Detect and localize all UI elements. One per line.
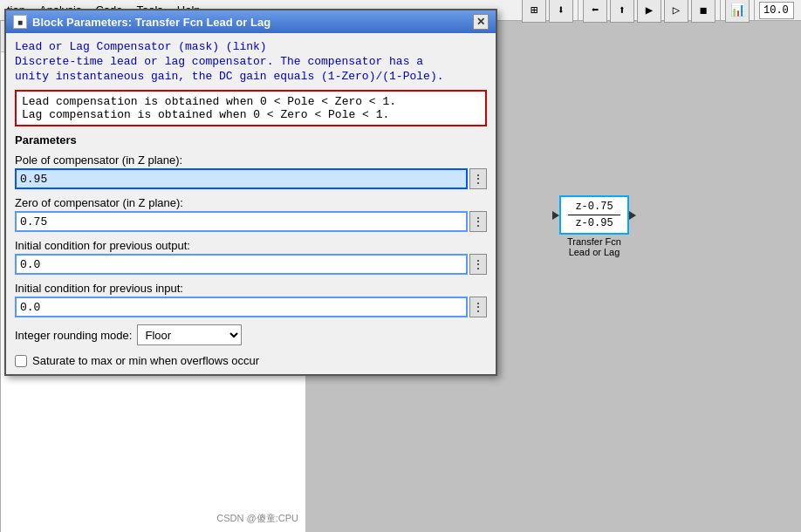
section-label: Parameters	[15, 133, 487, 147]
zero-label: Zero of compensator (in Z plane):	[15, 196, 487, 209]
block-port-right	[629, 211, 636, 220]
ic-output-input[interactable]	[15, 254, 468, 275]
block-port-left	[552, 211, 559, 220]
saturate-row: Saturate to max or min when overflows oc…	[15, 354, 487, 367]
simulink-block[interactable]: z-0.75 z-0.95 Transfer Fcn Lead or Lag	[559, 195, 629, 257]
pole-input[interactable]	[15, 168, 468, 189]
rounding-row: Integer rounding mode: Floor Ceiling Con…	[15, 324, 487, 345]
toolbar-btn-stop[interactable]: ◼	[691, 0, 715, 23]
ic-output-label: Initial condition for previous output:	[15, 239, 487, 252]
dialog-body: Lead or Lag Compensator (mask) (link) Di…	[6, 33, 496, 374]
ic-output-dots-button[interactable]: ⋮	[469, 254, 487, 275]
watermark: CSDN @傻童:CPU	[216, 512, 298, 525]
toolbar-btn-back[interactable]: ⬅	[583, 0, 607, 23]
block-line1: z-0.75	[568, 201, 620, 213]
info-box: Lead compensation is obtained when 0 < P…	[15, 90, 487, 126]
dialog-title: Block Parameters: Transfer Fcn Lead or L…	[32, 16, 270, 29]
toolbar-btn-forward[interactable]: ⬆	[610, 0, 634, 23]
zoom-value: 10.0	[759, 2, 794, 19]
toolbar-btn-chart[interactable]: 📊	[725, 0, 750, 23]
pole-label: Pole of compensator (in Z plane):	[15, 153, 487, 167]
rounding-select[interactable]: Floor Ceiling Convergent Nearest Round S…	[137, 324, 242, 345]
titlebar-left: ■ Block Parameters: Transfer Fcn Lead or…	[13, 15, 270, 29]
separator1	[578, 0, 578, 21]
ic-input-label: Initial condition for previous input:	[15, 282, 487, 295]
desc-line1: Lead or Lag Compensator (mask) (link)	[15, 40, 487, 53]
separator2	[720, 0, 721, 21]
block-params-dialog: ■ Block Parameters: Transfer Fcn Lead or…	[4, 9, 497, 376]
saturate-label: Saturate to max or min when overflows oc…	[32, 354, 259, 367]
zero-input[interactable]	[15, 211, 468, 232]
ic-input-row: ⋮	[15, 297, 487, 317]
pole-dots-button[interactable]: ⋮	[469, 168, 487, 189]
toolbar-btn-grid[interactable]: ⊞	[522, 0, 546, 23]
info-line2: Lag compensation is obtained when 0 < Ze…	[22, 108, 480, 121]
dialog-titlebar: ■ Block Parameters: Transfer Fcn Lead or…	[6, 10, 496, 33]
toolbar-btn-step[interactable]: ▷	[664, 0, 688, 23]
separator3	[754, 0, 755, 21]
saturate-checkbox[interactable]	[15, 355, 27, 367]
toolbar-btn-play[interactable]: ▶	[637, 0, 661, 23]
desc-line2: Discrete-time lead or lag compensator. T…	[15, 55, 487, 68]
zero-input-row: ⋮	[15, 211, 487, 232]
rounding-label: Integer rounding mode:	[15, 329, 132, 342]
ic-output-row: ⋮	[15, 254, 487, 275]
block-label: Transfer Fcn Lead or Lag	[567, 236, 621, 257]
desc-line3: unity instantaneous gain, the DC gain eq…	[15, 70, 487, 83]
block-box[interactable]: z-0.75 z-0.95	[559, 195, 629, 235]
ic-input-input[interactable]	[15, 297, 468, 317]
toolbar-btn-down[interactable]: ⬇	[549, 0, 573, 23]
close-button[interactable]: ✕	[473, 14, 489, 30]
dialog-icon: ■	[13, 15, 27, 29]
block-line2: z-0.95	[568, 217, 620, 229]
info-line1: Lead compensation is obtained when 0 < P…	[22, 95, 480, 108]
ic-input-dots-button[interactable]: ⋮	[469, 297, 487, 317]
zero-dots-button[interactable]: ⋮	[469, 211, 487, 232]
pole-input-row: ⋮	[15, 168, 487, 189]
